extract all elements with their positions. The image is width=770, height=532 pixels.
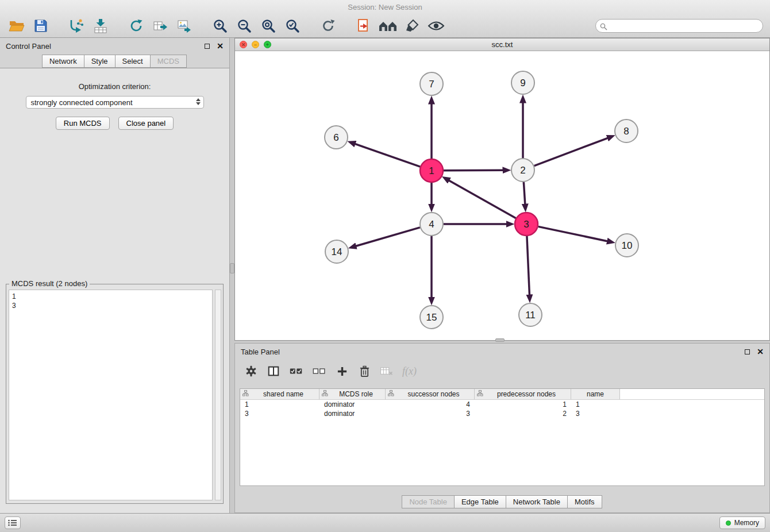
tab-mcds[interactable]: MCDS bbox=[150, 55, 187, 68]
delete-column-button[interactable] bbox=[357, 363, 371, 379]
table-cell[interactable]: dominator bbox=[319, 410, 386, 418]
refresh-view-button[interactable] bbox=[318, 16, 338, 36]
node-3[interactable]: 3 bbox=[515, 213, 538, 236]
application-window: Session: New Session bbox=[0, 0, 770, 532]
export-image-button[interactable] bbox=[175, 16, 194, 36]
tab-select[interactable]: Select bbox=[115, 55, 151, 68]
maximize-window-icon[interactable]: + bbox=[264, 41, 271, 48]
node-15[interactable]: 15 bbox=[420, 306, 443, 329]
run-mcds-button[interactable]: Run MCDS bbox=[56, 117, 110, 130]
show-columns-button[interactable] bbox=[267, 363, 280, 379]
edge-4-14[interactable] bbox=[356, 228, 420, 246]
status-bar: Memory bbox=[0, 513, 770, 532]
node-8[interactable]: 8 bbox=[615, 119, 638, 142]
node-9[interactable]: 9 bbox=[511, 71, 534, 94]
tab-network-table[interactable]: Network Table bbox=[506, 495, 568, 508]
node-6[interactable]: 6 bbox=[325, 126, 348, 149]
table-cell[interactable]: 2 bbox=[475, 410, 571, 418]
tab-style[interactable]: Style bbox=[84, 55, 116, 68]
table-cell[interactable]: 3 bbox=[571, 410, 620, 418]
network-graph[interactable]: 7968124314101511 bbox=[235, 51, 769, 340]
close-panel-icon[interactable]: ✕ bbox=[757, 348, 764, 356]
close-window-icon[interactable]: ✕ bbox=[240, 41, 247, 48]
edge-3-11[interactable] bbox=[527, 236, 530, 295]
control-panel-header: Control Panel ✕ bbox=[0, 38, 229, 54]
edge-3-10[interactable] bbox=[538, 226, 608, 241]
table-cell[interactable]: 4 bbox=[386, 400, 475, 408]
edge-1-6[interactable] bbox=[355, 144, 420, 167]
table-cell[interactable]: 3 bbox=[386, 410, 475, 418]
function-builder-button[interactable]: f(x) bbox=[402, 363, 417, 379]
optimization-criterion-select[interactable]: strongly connected component bbox=[26, 96, 204, 109]
node-14[interactable]: 14 bbox=[325, 240, 348, 263]
table-body: 1dominator4113dominator323 bbox=[240, 400, 764, 418]
table-cell[interactable]: 1 bbox=[475, 400, 571, 408]
float-panel-icon[interactable] bbox=[205, 44, 210, 49]
delete-table-icon bbox=[380, 367, 394, 376]
unselect-all-columns-button[interactable] bbox=[312, 363, 326, 379]
table-cell[interactable]: 3 bbox=[240, 410, 319, 418]
edge-2-8[interactable] bbox=[534, 138, 609, 166]
search-input[interactable] bbox=[595, 19, 763, 33]
show-details-button[interactable] bbox=[426, 16, 446, 36]
zoom-selected-button[interactable] bbox=[283, 16, 302, 36]
table-settings-button[interactable] bbox=[244, 363, 258, 379]
result-list-scrollbar[interactable] bbox=[215, 290, 221, 500]
close-panel-button[interactable]: Close panel bbox=[118, 117, 174, 130]
edge-1-2[interactable] bbox=[444, 170, 503, 171]
column-header-mcds-role[interactable]: MCDS role bbox=[319, 389, 386, 399]
apply-style-button[interactable] bbox=[402, 16, 422, 36]
select-all-columns-button[interactable] bbox=[289, 363, 303, 379]
node-2[interactable]: 2 bbox=[511, 159, 534, 182]
save-session-button[interactable] bbox=[31, 16, 51, 36]
edge-2-3[interactable] bbox=[523, 182, 525, 205]
attribute-icon bbox=[388, 390, 394, 398]
node-10[interactable]: 10 bbox=[615, 234, 638, 257]
horizontal-splitter-handle[interactable] bbox=[495, 338, 505, 342]
minimize-window-icon[interactable]: − bbox=[252, 41, 259, 48]
zoom-in-button[interactable] bbox=[210, 16, 230, 36]
table-cell[interactable]: 1 bbox=[571, 400, 620, 408]
home-button[interactable] bbox=[378, 16, 398, 36]
mcds-result-list[interactable]: 13 bbox=[9, 290, 213, 500]
node-1[interactable]: 1 bbox=[420, 159, 443, 182]
export-to-web-button[interactable] bbox=[354, 16, 374, 36]
tab-node-table[interactable]: Node Table bbox=[402, 495, 455, 508]
task-history-button[interactable] bbox=[5, 516, 21, 529]
panel-splitter-handle[interactable] bbox=[230, 263, 234, 273]
tab-network[interactable]: Network bbox=[42, 55, 84, 68]
column-header-predecessor-nodes[interactable]: predecessor nodes bbox=[475, 389, 571, 399]
tab-edge-table[interactable]: Edge Table bbox=[454, 495, 506, 508]
svg-text:14: 14 bbox=[332, 246, 342, 257]
column-header-name[interactable]: name bbox=[571, 389, 620, 399]
new-network-button[interactable] bbox=[126, 16, 146, 36]
network-window-titlebar[interactable]: ✕ − + scc.txt bbox=[235, 38, 769, 51]
zoom-out-button[interactable] bbox=[234, 16, 254, 36]
close-panel-icon[interactable]: ✕ bbox=[217, 42, 224, 50]
zoom-fit-button[interactable] bbox=[259, 16, 278, 36]
node-7[interactable]: 7 bbox=[420, 72, 443, 95]
import-network-button[interactable] bbox=[67, 16, 86, 36]
node-11[interactable]: 11 bbox=[519, 303, 542, 326]
delete-table-button[interactable] bbox=[380, 363, 394, 379]
svg-text:9: 9 bbox=[520, 78, 525, 88]
open-session-button[interactable] bbox=[7, 16, 26, 36]
svg-text:3: 3 bbox=[523, 219, 529, 230]
edge-3-1[interactable] bbox=[449, 180, 516, 218]
node-4[interactable]: 4 bbox=[420, 213, 443, 236]
table-cell[interactable]: 1 bbox=[240, 400, 319, 408]
table-row[interactable]: 3dominator323 bbox=[240, 409, 764, 418]
table-row[interactable]: 1dominator411 bbox=[240, 400, 764, 409]
create-column-button[interactable] bbox=[335, 363, 349, 379]
header-filler bbox=[620, 389, 764, 399]
mcds-result-item[interactable]: 3 bbox=[12, 301, 209, 310]
column-header-successor-nodes[interactable]: successor nodes bbox=[386, 389, 475, 399]
column-header-shared-name[interactable]: shared name bbox=[240, 389, 319, 399]
memory-status-button[interactable]: Memory bbox=[719, 516, 765, 529]
float-panel-icon[interactable] bbox=[745, 349, 750, 354]
mcds-result-item[interactable]: 1 bbox=[12, 292, 209, 301]
export-table-button[interactable] bbox=[151, 16, 170, 36]
import-table-button[interactable] bbox=[91, 16, 110, 36]
table-cell[interactable]: dominator bbox=[319, 400, 386, 408]
tab-motifs[interactable]: Motifs bbox=[567, 495, 602, 508]
